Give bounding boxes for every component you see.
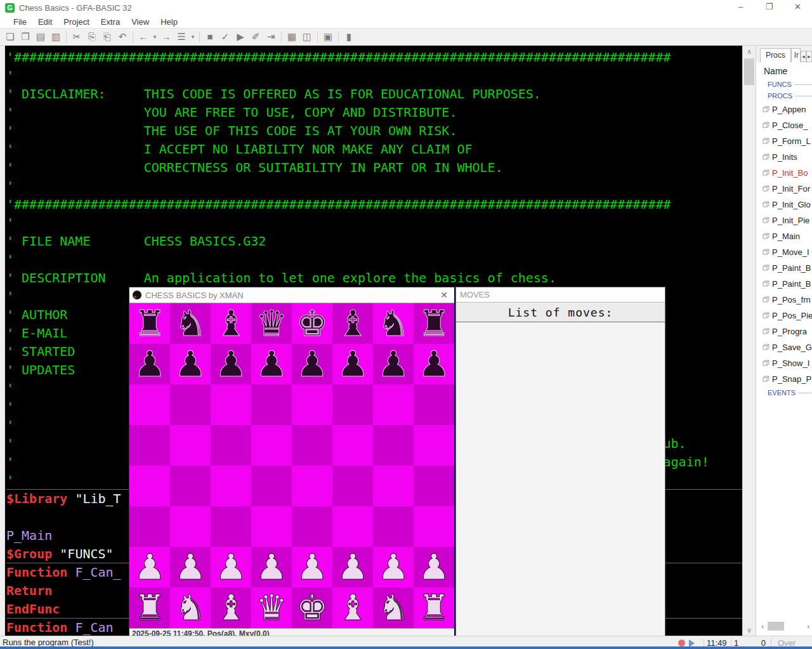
proc-item[interactable]: P_Form_L xyxy=(756,133,812,149)
group-events[interactable]: EVENTS xyxy=(756,387,812,398)
board-square[interactable]: ♟ xyxy=(292,547,332,587)
menu-project[interactable]: Project xyxy=(58,17,95,27)
board-square[interactable] xyxy=(129,466,170,506)
board-square[interactable]: ♞ xyxy=(170,587,211,628)
navigate-back-button[interactable]: ← xyxy=(136,30,151,44)
proc-item[interactable]: P_Snap_P xyxy=(756,371,812,387)
save-file-button[interactable]: ▤ xyxy=(33,30,48,44)
board-square[interactable] xyxy=(373,384,414,425)
board-square[interactable] xyxy=(129,384,170,425)
board-square[interactable]: ♟ xyxy=(251,344,292,384)
proc-item[interactable]: P_Init_Pie xyxy=(756,213,812,228)
tab-next[interactable]: Ir xyxy=(791,48,801,62)
proc-item[interactable]: P_Save_G xyxy=(756,339,812,355)
board-square[interactable]: ♞ xyxy=(373,587,414,628)
board-square[interactable] xyxy=(292,425,332,466)
board-square[interactable]: ♜ xyxy=(414,587,454,628)
board-square[interactable]: ♟ xyxy=(292,344,332,384)
chess-titlebar[interactable]: CHESS BASICS by XMAN ✕ xyxy=(129,287,454,303)
board-square[interactable]: ♟ xyxy=(170,547,211,587)
output-window-button[interactable]: ▦ xyxy=(284,30,299,44)
navigate-forward-button[interactable]: → xyxy=(159,30,174,44)
board-square[interactable] xyxy=(251,425,292,466)
board-square[interactable]: ♟ xyxy=(332,547,373,587)
record-button[interactable]: ■ xyxy=(202,30,218,44)
menu-extra[interactable]: Extra xyxy=(95,17,126,27)
board-square[interactable]: ♝ xyxy=(211,587,251,628)
board-square[interactable] xyxy=(292,506,332,547)
proc-item[interactable]: P_Main xyxy=(756,228,812,244)
menu-file[interactable]: File xyxy=(8,17,32,27)
board-square[interactable]: ♟ xyxy=(129,547,170,587)
board-square[interactable]: ♟ xyxy=(414,547,454,587)
clean-button[interactable]: ✐ xyxy=(248,30,263,44)
board-square[interactable]: ♜ xyxy=(129,303,170,344)
proc-item[interactable]: P_Show_I xyxy=(756,355,812,371)
board-square[interactable] xyxy=(211,506,251,547)
new-file-button[interactable]: ❏ xyxy=(3,30,18,44)
group-procs[interactable]: PROCS xyxy=(756,90,812,102)
board-square[interactable] xyxy=(414,466,454,506)
menu-help[interactable]: Help xyxy=(155,17,183,27)
board-square[interactable]: ♟ xyxy=(170,344,211,384)
copy-button[interactable]: ⎘ xyxy=(84,30,100,44)
board-square[interactable] xyxy=(373,425,414,466)
board-square[interactable]: ♟ xyxy=(332,344,373,384)
open-file-button[interactable]: ❐ xyxy=(18,30,33,44)
proc-item[interactable]: P_Paint_B xyxy=(756,276,812,292)
board-square[interactable]: ♟ xyxy=(414,344,454,384)
cut-button[interactable]: ✂ xyxy=(69,30,84,44)
board-square[interactable] xyxy=(414,384,454,425)
board-square[interactable]: ♞ xyxy=(170,303,211,344)
board-square[interactable] xyxy=(170,384,211,425)
syntax-check-button[interactable]: ✓ xyxy=(218,30,233,44)
proc-item[interactable]: P_Init_Bo xyxy=(756,165,812,181)
board-square[interactable]: ♚ xyxy=(292,587,332,628)
board-square[interactable] xyxy=(332,506,373,547)
board-square[interactable]: ♟ xyxy=(211,344,251,384)
board-square[interactable] xyxy=(251,466,292,506)
board-square[interactable]: ♛ xyxy=(251,587,292,628)
proc-item[interactable]: P_Init_For xyxy=(756,181,812,197)
board-square[interactable]: ♟ xyxy=(211,547,251,587)
board-square[interactable]: ♟ xyxy=(373,547,414,587)
board-square[interactable] xyxy=(332,466,373,506)
tab-procs[interactable]: Procs xyxy=(760,48,791,62)
board-square[interactable]: ♝ xyxy=(332,303,373,344)
board-square[interactable] xyxy=(292,466,332,506)
paste-button[interactable]: ⎗ xyxy=(100,30,115,44)
board-square[interactable]: ♚ xyxy=(292,303,332,344)
minimize-button[interactable]: – xyxy=(726,0,755,15)
close-button[interactable]: ✕ xyxy=(783,0,812,15)
hscroll-right-icon[interactable]: › xyxy=(804,621,812,631)
board-square[interactable] xyxy=(170,466,211,506)
scrollbar-thumb[interactable] xyxy=(744,58,754,85)
proc-list-button[interactable]: ☰ xyxy=(174,30,189,44)
board-square[interactable]: ♝ xyxy=(211,303,251,344)
bookmark-button[interactable]: ▮ xyxy=(341,30,357,44)
menu-view[interactable]: View xyxy=(126,17,155,27)
step-into-button[interactable]: ⇥ xyxy=(263,30,278,44)
menu-edit[interactable]: Edit xyxy=(32,17,58,27)
board-square[interactable] xyxy=(373,466,414,506)
proc-item[interactable]: P_Move_I xyxy=(756,244,812,260)
board-square[interactable] xyxy=(170,425,211,466)
chess-close-icon[interactable]: ✕ xyxy=(434,290,454,300)
back-dropdown-button[interactable]: ▾ xyxy=(151,30,159,44)
board-square[interactable]: ♟ xyxy=(373,344,414,384)
board-square[interactable] xyxy=(373,506,414,547)
sidebar-hscrollbar[interactable]: ‹ › xyxy=(759,619,812,635)
save-all-button[interactable]: ▥ xyxy=(48,30,63,44)
tab-scroll-right-icon[interactable]: ▸ xyxy=(806,51,812,62)
undo-button[interactable]: ↶ xyxy=(115,30,130,44)
tab-scroll-left-icon[interactable]: ◂ xyxy=(801,51,806,62)
board-square[interactable] xyxy=(170,506,211,547)
proc-item[interactable]: P_Paint_B xyxy=(756,260,812,276)
board-square[interactable]: ♟ xyxy=(129,344,170,384)
board-square[interactable]: ♝ xyxy=(332,587,373,628)
moves-titlebar[interactable]: MOVES xyxy=(456,287,665,303)
run-button[interactable]: ▶ xyxy=(233,30,248,44)
board-square[interactable] xyxy=(211,466,251,506)
hscrollbar-thumb[interactable] xyxy=(768,622,784,631)
proc-item[interactable]: P_Appen xyxy=(756,102,812,117)
